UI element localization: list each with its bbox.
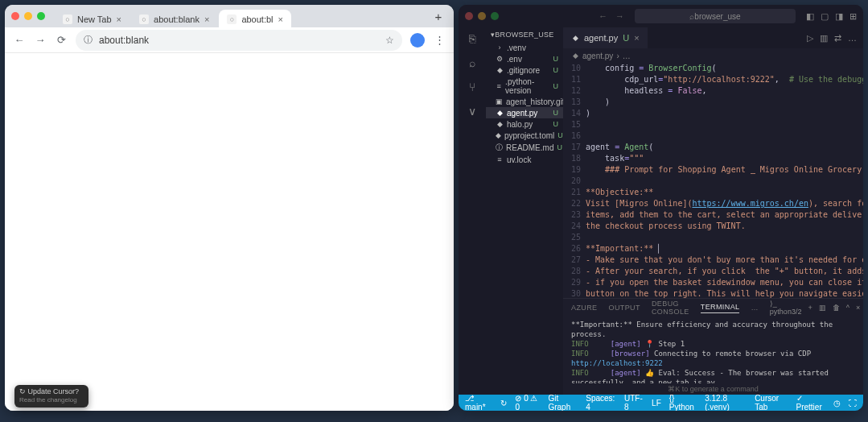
explorer-icon[interactable]: ⎘ — [469, 32, 475, 45]
profile-avatar[interactable] — [410, 33, 425, 48]
file-icon: ◆ — [496, 131, 501, 139]
browser-tab[interactable]: ○New Tab× — [55, 10, 130, 27]
forward-button[interactable]: → — [34, 34, 47, 46]
file-item[interactable]: ◆.gitignoreU — [486, 64, 563, 76]
url-bar[interactable]: ⓘ about:blank ☆ — [76, 30, 402, 51]
file-item[interactable]: ◆halo.pyU — [486, 118, 563, 130]
overflow-menu-icon[interactable]: ⋮ — [433, 34, 446, 46]
panel-tab[interactable]: DEBUG CONSOLE — [652, 300, 689, 316]
file-name: uv.lock — [507, 155, 531, 164]
window-controls[interactable] — [11, 12, 45, 20]
status-item[interactable]: ⊘ 0 ⚠ 0 — [515, 394, 540, 411]
status-item[interactable]: ⛶ — [849, 399, 857, 408]
update-toast[interactable]: ↻ Update Cursor? Read the changelog — [14, 385, 88, 408]
panel-toggle-right-icon[interactable]: ◨ — [835, 11, 843, 22]
more-icon[interactable]: … — [848, 33, 857, 43]
favicon: ○ — [63, 14, 72, 24]
browser-tab[interactable]: ○about:blank× — [131, 10, 217, 27]
status-item[interactable]: Cursor Tab — [755, 394, 788, 411]
command-center[interactable]: ⌕ browser_use — [635, 9, 796, 23]
diff-icon[interactable]: ⇄ — [834, 33, 841, 43]
terminal-profile[interactable]: ⟩_ python3/2 — [770, 300, 802, 316]
file-name: agent.py — [507, 109, 537, 118]
editor-actions: ▷ ▥ ⇄ … — [800, 27, 863, 48]
site-info-icon[interactable]: ⓘ — [84, 34, 93, 46]
activity-bar: ⎘ ⌕ ⑂ ∨ — [459, 27, 486, 395]
title-bar: ←→ ⌕ browser_use ◧ ▢ ◨ ⊞ — [459, 5, 863, 27]
file-item[interactable]: ≡uv.lock — [486, 154, 563, 165]
layout-icon[interactable]: ⊞ — [849, 11, 857, 22]
status-item[interactable]: 3.12.8 (.venv) — [705, 394, 747, 411]
title-nav[interactable]: ←→ — [599, 11, 624, 21]
file-status: U — [553, 55, 559, 63]
status-item[interactable]: {} Python — [669, 394, 697, 411]
close-panel-icon[interactable]: × — [856, 304, 860, 312]
status-item[interactable]: LF — [652, 399, 661, 408]
file-item[interactable]: ⚙.envU — [486, 53, 563, 64]
explorer-root[interactable]: ▾ BROWSER_USE — [486, 27, 563, 42]
toast-title: Update Cursor? — [28, 387, 80, 395]
chevron-down-icon[interactable]: ∨ — [468, 105, 476, 118]
status-item[interactable]: Spaces: 4 — [586, 394, 616, 411]
window-controls[interactable] — [465, 12, 499, 20]
close-tab-icon[interactable]: × — [117, 14, 121, 24]
add-terminal-icon[interactable]: + — [808, 304, 812, 312]
new-tab-button[interactable]: + — [430, 7, 447, 25]
file-icon: ▣ — [496, 97, 503, 106]
status-item[interactable]: ◷ — [833, 399, 841, 408]
bookmark-icon[interactable]: ☆ — [385, 35, 394, 46]
panel-toggle-left-icon[interactable]: ◧ — [806, 11, 814, 22]
minimize-icon[interactable] — [478, 12, 486, 20]
file-item[interactable]: ◆pyproject.tomlU — [486, 130, 563, 141]
breadcrumb[interactable]: ◆ agent.py › … — [563, 48, 863, 63]
editor-area: ◆ agent.py U × ▷ ▥ ⇄ … ◆ agent.py › — [563, 27, 863, 395]
browser-tab[interactable]: ○about:bl× — [219, 10, 291, 27]
editor-tab-agent[interactable]: ◆ agent.py U × — [563, 27, 648, 48]
kill-terminal-icon[interactable]: 🗑 — [833, 304, 840, 312]
file-icon: ≡ — [496, 82, 502, 90]
terminal-hint: ⌘K to generate a command — [563, 383, 863, 395]
zoom-icon[interactable] — [37, 12, 45, 20]
explorer-panel: ▾ BROWSER_USE ›.venv⚙.envU◆.gitignoreU≡.… — [486, 27, 563, 395]
panel-tab[interactable]: … — [751, 304, 758, 312]
chevron-up-icon[interactable]: ^ — [846, 304, 849, 312]
status-item[interactable]: ⎇ main* — [465, 394, 492, 411]
file-name: .gitignore — [507, 66, 540, 75]
panel-toggle-bottom-icon[interactable]: ▢ — [821, 11, 829, 22]
python-file-icon: ◆ — [571, 34, 579, 42]
close-tab-icon[interactable]: × — [204, 14, 209, 24]
search-icon[interactable]: ⌕ — [469, 56, 475, 69]
file-item[interactable]: ›.venv — [486, 42, 563, 53]
split-terminal-icon[interactable]: ▥ — [819, 304, 826, 312]
editor-window: ←→ ⌕ browser_use ◧ ▢ ◨ ⊞ ⎘ ⌕ ⑂ ∨ ▾ BROWS… — [459, 5, 863, 411]
file-item[interactable]: ▣agent_history.gifU — [486, 96, 563, 107]
file-item[interactable]: ⓘREADME.mdU — [486, 141, 563, 154]
nav-fwd-icon[interactable]: → — [615, 11, 624, 21]
file-item[interactable]: ◆agent.pyU — [486, 107, 563, 118]
back-button[interactable]: ← — [13, 34, 26, 46]
status-item[interactable]: UTF-8 — [624, 394, 644, 411]
code-editor[interactable]: 1011121314151617181920212223242526272829… — [563, 63, 863, 298]
scm-icon[interactable]: ⑂ — [469, 81, 475, 93]
file-status: U — [553, 82, 559, 90]
close-tab-icon[interactable]: × — [634, 33, 639, 43]
reload-button[interactable]: ⟳ — [55, 34, 68, 46]
split-icon[interactable]: ▥ — [820, 33, 828, 43]
terminal-output[interactable]: **Important:** Ensure efficiency and acc… — [563, 316, 863, 383]
run-icon[interactable]: ▷ — [807, 33, 813, 43]
nav-back-icon[interactable]: ← — [599, 11, 607, 21]
panel-tab[interactable]: AZURE — [571, 304, 598, 312]
line-gutter: 1011121314151617181920212223242526272829… — [563, 63, 586, 298]
minimize-icon[interactable] — [24, 12, 32, 20]
status-item[interactable]: Git Graph — [548, 394, 578, 411]
close-icon[interactable] — [11, 12, 19, 20]
close-icon[interactable] — [465, 12, 473, 20]
zoom-icon[interactable] — [491, 12, 499, 20]
close-tab-icon[interactable]: × — [278, 14, 283, 24]
panel-tab[interactable]: TERMINAL — [701, 303, 740, 313]
status-item[interactable]: ↻ — [500, 399, 507, 408]
file-item[interactable]: ≡.python-versionU — [486, 76, 563, 96]
panel-tab[interactable]: OUTPUT — [609, 304, 640, 312]
code-content[interactable]: config = BrowserConfig( cdp_url="http://… — [586, 63, 863, 298]
status-item[interactable]: ✓ Prettier — [796, 394, 826, 411]
